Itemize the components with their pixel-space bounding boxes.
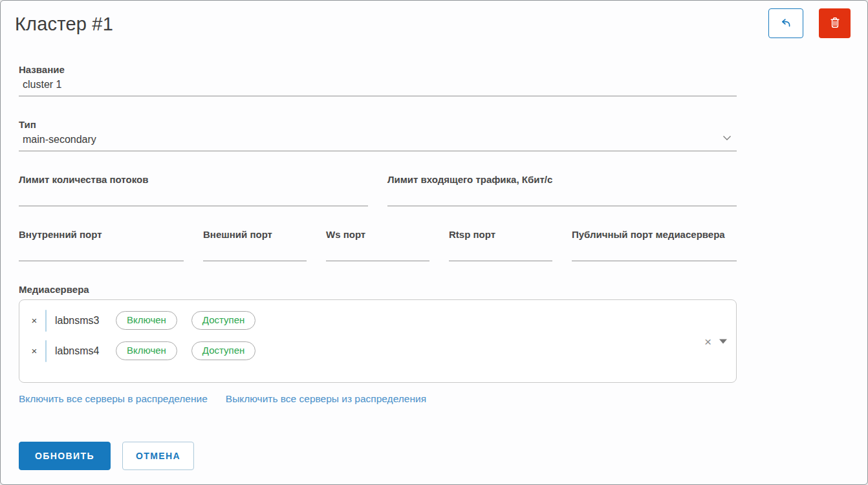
field-rtsp-port: Rtsp порт	[449, 229, 552, 261]
traffic-limit-label: Лимит входящего трафика, Кбит/с	[387, 174, 737, 185]
cancel-button[interactable]: ОТМЕНА	[122, 442, 194, 470]
status-badge-available: Доступен	[191, 341, 255, 360]
status-badge-enabled: Включен	[116, 341, 177, 360]
type-select[interactable]	[19, 130, 737, 151]
mediaservers-section: Медиасервера × labnsms3 Включен Доступен…	[19, 284, 737, 383]
row-divider	[45, 310, 47, 332]
internal-port-input[interactable]	[19, 240, 184, 261]
server-row: × labnsms3 Включен Доступен	[19, 305, 736, 336]
name-label: Название	[19, 64, 737, 75]
listbox-controls: ×	[704, 335, 727, 347]
row-divider	[45, 340, 47, 362]
page-header: Кластер #1	[1, 1, 867, 41]
traffic-limit-input[interactable]	[387, 185, 737, 206]
caret-down-icon[interactable]	[719, 339, 727, 343]
server-row: × labnsms4 Включен Доступен	[19, 336, 736, 366]
form-actions: ОБНОВИТЬ ОТМЕНА	[19, 442, 737, 470]
limits-row: Лимит количества потоков Лимит входящего…	[19, 174, 737, 206]
trash-icon	[828, 16, 842, 32]
field-name: Название	[19, 64, 737, 96]
rtsp-port-label: Rtsp порт	[449, 229, 552, 240]
field-stream-limit: Лимит количества потоков	[19, 174, 368, 206]
distribution-links: Включить все серверы в распределение Вык…	[19, 393, 737, 405]
field-public-port: Публичный порт медиасервера	[572, 229, 737, 261]
field-traffic-limit: Лимит входящего трафика, Кбит/с	[387, 174, 737, 206]
mediaservers-listbox[interactable]: × labnsms3 Включен Доступен × labnsms4 В…	[19, 299, 737, 383]
field-external-port: Внешний порт	[203, 229, 307, 261]
server-name: labnsms4	[55, 345, 105, 357]
external-port-input[interactable]	[203, 240, 307, 261]
field-ws-port: Ws порт	[326, 229, 429, 261]
ws-port-input[interactable]	[326, 240, 429, 261]
field-type: Тип	[19, 119, 737, 151]
rtsp-port-input[interactable]	[449, 240, 552, 261]
update-button[interactable]: ОБНОВИТЬ	[19, 442, 111, 470]
public-port-input[interactable]	[572, 240, 737, 261]
clear-selection-icon[interactable]: ×	[704, 335, 711, 347]
page-title: Кластер #1	[15, 14, 113, 35]
remove-server-icon[interactable]: ×	[27, 316, 41, 325]
status-badge-available: Доступен	[191, 311, 255, 330]
stream-limit-input[interactable]	[19, 185, 368, 206]
public-port-label: Публичный порт медиасервера	[572, 229, 737, 240]
ports-row: Внутренний порт Внешний порт Ws порт Rts…	[19, 229, 737, 261]
stream-limit-label: Лимит количества потоков	[19, 174, 368, 185]
disable-all-servers-link[interactable]: Выключить все серверы из распределения	[226, 393, 426, 405]
name-input[interactable]	[19, 75, 737, 96]
ws-port-label: Ws порт	[326, 229, 429, 240]
internal-port-label: Внутренний порт	[19, 229, 184, 240]
undo-button[interactable]	[768, 8, 803, 38]
mediaservers-label: Медиасервера	[19, 284, 737, 295]
type-select-value[interactable]	[19, 130, 737, 151]
delete-button[interactable]	[819, 8, 851, 38]
type-label: Тип	[19, 119, 737, 130]
cluster-edit-page: Кластер #1	[0, 0, 868, 485]
external-port-label: Внешний порт	[203, 229, 307, 240]
undo-arrow-icon	[778, 15, 794, 32]
remove-server-icon[interactable]: ×	[27, 346, 41, 356]
status-badge-enabled: Включен	[116, 311, 177, 330]
enable-all-servers-link[interactable]: Включить все серверы в распределение	[19, 393, 208, 405]
field-internal-port: Внутренний порт	[19, 229, 184, 261]
server-name: labnsms3	[55, 315, 105, 327]
cluster-form: Название Тип Лимит количества потоков	[19, 64, 737, 470]
header-actions	[768, 8, 851, 38]
